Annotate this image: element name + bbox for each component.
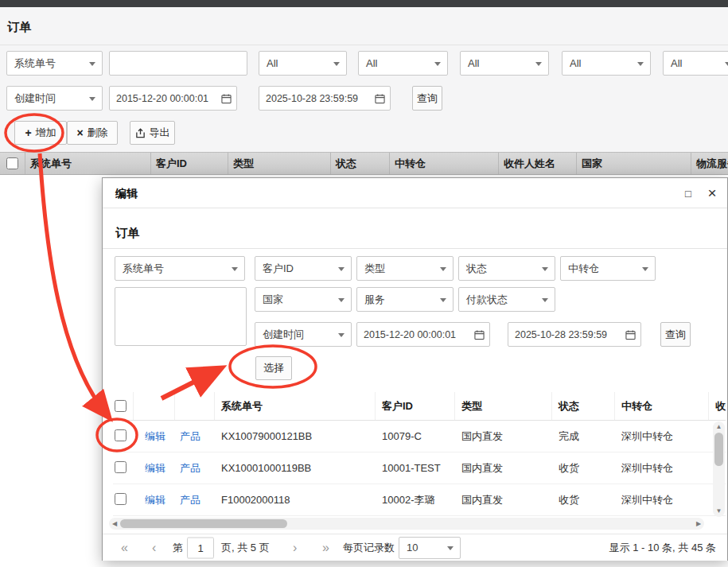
export-button[interactable]: 导出 (130, 121, 175, 145)
divider (103, 248, 727, 249)
last-page-button[interactable]: » (322, 542, 329, 554)
add-button[interactable]: + 增加 (14, 121, 67, 145)
column-header-edit (134, 392, 175, 420)
modal-order-no-dropdown[interactable]: 系统单号 (115, 256, 245, 281)
filter-dropdown-2-value: All (366, 57, 377, 69)
row-checkbox[interactable] (115, 429, 127, 441)
cell-status: 完成 (552, 429, 615, 444)
close-icon[interactable]: × (703, 184, 721, 202)
chevron-down-icon (725, 62, 728, 66)
modal-status-dropdown[interactable]: 状态 (458, 256, 555, 281)
calendar-icon (375, 93, 385, 103)
cell-order-no: F10002000118 (215, 494, 376, 506)
delete-button[interactable]: × 删除 (67, 121, 118, 145)
cell-type: 国内直发 (455, 429, 552, 444)
modal-service-dropdown[interactable]: 服务 (356, 287, 454, 312)
page-title: 订单 (7, 20, 31, 35)
chevron-down-icon (338, 298, 345, 302)
date-from-value: 2015-12-20 00:00:01 (116, 93, 208, 104)
product-link[interactable]: 产品 (180, 430, 200, 442)
field-selector-dropdown[interactable]: 系统单号 (6, 51, 103, 76)
modal-date-to-input[interactable]: 2025-10-28 23:59:59 (508, 322, 641, 347)
orders-table-header: 系统单号 客户ID 类型 状态 中转仓 收件人姓名 国家 物流服务 (0, 152, 728, 175)
scroll-left-icon[interactable]: ◀ (109, 518, 120, 530)
date-to-value: 2025-10-28 23:59:59 (266, 93, 358, 104)
cell-warehouse: 深圳中转仓 (615, 429, 709, 444)
scroll-down-icon[interactable]: ▼ (713, 506, 725, 517)
app-window: 订单 系统单号 All All All All All 创建时间 2015-12… (0, 0, 728, 567)
modal-warehouse-dropdown[interactable]: 中转仓 (560, 256, 656, 281)
cell-warehouse: 深圳中转仓 (615, 493, 709, 507)
row-checkbox[interactable] (115, 461, 127, 473)
modal-time-field-dropdown[interactable]: 创建时间 (255, 322, 352, 347)
chevron-down-icon (637, 62, 644, 66)
modal-country-dropdown[interactable]: 国家 (255, 287, 352, 312)
product-link[interactable]: 产品 (180, 462, 200, 474)
table-row: 编辑 产品 F10002000118 10002-李璐 国内直发 收货 深圳中转… (113, 484, 726, 516)
filter-dropdown-3-value: All (468, 57, 479, 69)
chevron-down-icon (89, 62, 95, 66)
prev-page-button[interactable]: ‹ (152, 542, 156, 554)
page-number-input[interactable] (187, 537, 214, 558)
calendar-icon (221, 93, 232, 103)
calendar-icon (474, 329, 485, 340)
date-from-input[interactable]: 2015-12-20 00:00:01 (109, 86, 237, 111)
horizontal-scrollbar-thumb[interactable] (120, 519, 287, 528)
modal-type-dropdown[interactable]: 类型 (356, 256, 454, 281)
delete-icon: × (76, 127, 83, 138)
modal-payment-value: 付款状态 (466, 293, 508, 307)
keyword-input[interactable] (109, 51, 247, 76)
filter-dropdown-2[interactable]: All (358, 51, 448, 76)
delete-button-label: 删除 (88, 126, 108, 140)
dialog-titlebar: 编辑 □ × (103, 178, 727, 208)
vertical-scrollbar[interactable]: ▲ ▼ (713, 421, 725, 517)
divider (0, 45, 728, 45)
column-header-customer: 客户ID (151, 153, 228, 174)
filter-dropdown-4-value: All (570, 57, 581, 69)
modal-query-button[interactable]: 查询 (660, 322, 691, 347)
per-page-dropdown[interactable]: 10 (399, 537, 461, 559)
query-button[interactable]: 查询 (412, 86, 442, 111)
time-field-dropdown[interactable]: 创建时间 (6, 86, 103, 111)
top-bar (0, 0, 728, 7)
modal-table-header: 系统单号 客户ID 类型 状态 中转仓 收件人姓名 (113, 392, 726, 421)
modal-select-all-checkbox[interactable] (115, 400, 127, 412)
date-to-input[interactable]: 2025-10-28 23:59:59 (259, 86, 391, 111)
add-button-label: 增加 (36, 126, 56, 140)
column-header-type: 类型 (228, 153, 331, 174)
chevron-down-icon (440, 267, 446, 271)
dialog-title: 编辑 (115, 187, 138, 201)
dialog-section-title: 订单 (115, 226, 139, 241)
column-header-recipient: 收件人姓名 (709, 392, 726, 420)
filter-dropdown-3[interactable]: All (460, 51, 549, 76)
select-all-checkbox[interactable] (6, 157, 18, 169)
filter-dropdown-4[interactable]: All (562, 51, 651, 76)
column-header-warehouse: 中转仓 (390, 153, 499, 174)
maximize-icon[interactable]: □ (679, 184, 697, 202)
select-button[interactable]: 选择 (255, 356, 292, 380)
product-link[interactable]: 产品 (180, 494, 200, 506)
edit-link[interactable]: 编辑 (145, 494, 165, 506)
next-page-button[interactable]: › (293, 542, 297, 554)
modal-date-from-input[interactable]: 2015-12-20 00:00:01 (356, 322, 490, 347)
modal-payment-dropdown[interactable]: 付款状态 (458, 287, 555, 312)
scroll-up-icon[interactable]: ▲ (713, 421, 725, 433)
column-header-status: 状态 (331, 153, 390, 174)
column-header-warehouse: 中转仓 (615, 392, 709, 420)
chevron-down-icon (542, 298, 548, 302)
scroll-right-icon[interactable]: ▶ (693, 518, 704, 530)
modal-warehouse-value: 中转仓 (568, 262, 599, 276)
row-checkbox[interactable] (115, 493, 127, 505)
order-numbers-textarea[interactable] (115, 287, 247, 346)
horizontal-scrollbar[interactable]: ◀ ▶ (109, 518, 704, 530)
cell-type: 国内直发 (455, 493, 552, 507)
page-suffix-label: 页, 共 5 页 (221, 541, 270, 555)
edit-link[interactable]: 编辑 (145, 462, 165, 474)
vertical-scrollbar-thumb[interactable] (714, 433, 723, 466)
edit-link[interactable]: 编辑 (145, 430, 165, 442)
modal-status-value: 状态 (466, 262, 487, 276)
first-page-button[interactable]: « (121, 542, 128, 554)
modal-customer-dropdown[interactable]: 客户ID (255, 256, 352, 281)
filter-dropdown-5[interactable]: All (663, 51, 728, 76)
filter-dropdown-1[interactable]: All (259, 51, 347, 76)
